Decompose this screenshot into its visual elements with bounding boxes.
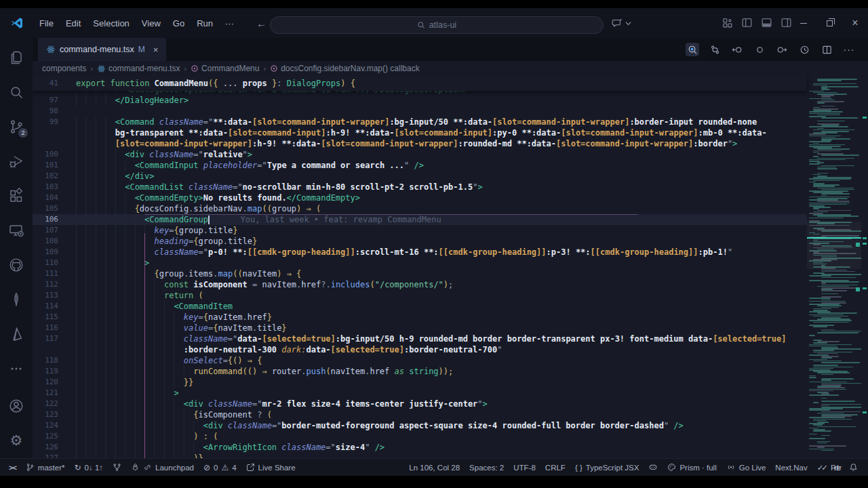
code-line[interactable]: 102</div>	[33, 171, 807, 182]
code-line[interactable]: 109className="p-0! **:[[cmdk-group-headi…	[33, 247, 807, 258]
code-line[interactable]: 112const isComponent = navItem.href?.inc…	[33, 279, 807, 290]
code-line[interactable]: 114<CommandItem	[33, 301, 807, 312]
code-line[interactable]: 127)}	[33, 453, 807, 458]
code-line[interactable]: 105{docsConfig.sidebarNav.map((group) ⇒ …	[33, 203, 807, 214]
code-line[interactable]: 99<Command className="**:data-[slot=comm…	[33, 117, 807, 127]
activity-github-icon[interactable]	[7, 256, 25, 274]
breadcrumb-item[interactable]: components	[42, 64, 86, 73]
code-line[interactable]: [slot=command-input-wrapper]:h-9! **:dat…	[33, 138, 807, 149]
code-line[interactable]: 125) : (	[33, 431, 807, 442]
next-change-button[interactable]	[775, 43, 789, 56]
code-line[interactable]: 124<div className="border-muted-foregrou…	[33, 420, 807, 431]
code-line[interactable]: 101<CommandInput placeholder="Type a com…	[33, 160, 807, 171]
next-nav-item[interactable]: Next.Nav	[770, 459, 812, 476]
close-tab-icon[interactable]: ×	[153, 45, 159, 55]
activity-remote-icon[interactable]	[7, 222, 25, 239]
problems-item[interactable]: ⊘0 ⚠4	[199, 459, 241, 476]
menu-selection[interactable]: Selection	[87, 16, 135, 31]
change-indicator-button[interactable]	[753, 43, 766, 56]
more-actions-button[interactable]: ···	[842, 43, 856, 56]
activity-explorer-icon[interactable]	[7, 49, 25, 66]
git-branch-item[interactable]: master*	[21, 459, 70, 476]
code-line[interactable]: 121>	[33, 388, 807, 399]
activity-prisma-icon[interactable]	[7, 325, 25, 343]
launchpad-item[interactable]: Launchpad	[126, 459, 199, 476]
git-graph-item[interactable]	[108, 459, 126, 476]
activity-extensions-icon[interactable]	[7, 187, 25, 205]
code-line[interactable]: 126<ArrowRightIcon className="size-4" />	[33, 442, 807, 453]
code-line[interactable]: 115key={navItem.href}	[33, 312, 807, 323]
code-line[interactable]: 117className="data-[selected=true]:bg-in…	[33, 333, 807, 344]
remote-indicator[interactable]: ><	[4, 459, 21, 476]
code-line[interactable]: 113return (	[33, 290, 807, 301]
git-compare-button[interactable]	[708, 43, 722, 56]
preview-search-button[interactable]	[686, 43, 699, 56]
menu-file[interactable]: File	[33, 16, 60, 31]
overview-ruler[interactable]	[861, 76, 868, 458]
activity-mongodb-icon[interactable]	[7, 291, 25, 308]
code-line[interactable]: 119runCommand(() ⇒ router.push(navItem.h…	[33, 366, 807, 377]
timeline-button[interactable]	[797, 43, 811, 56]
toggle-panel-icon[interactable]	[761, 17, 772, 28]
code-line[interactable]: 100<div className="relative">	[33, 149, 807, 160]
code-line[interactable]: :border-neutral-300 dark:data-[selected=…	[33, 344, 807, 355]
previous-change-button[interactable]	[730, 43, 744, 56]
activity-account-icon[interactable]	[7, 397, 25, 415]
code-line[interactable]: 106<CommandGroupYou, last week • feat: r…	[33, 214, 807, 225]
activity-search-icon[interactable]	[7, 83, 25, 101]
encoding-item[interactable]: UTF-8	[509, 459, 540, 476]
code-line[interactable]: 97</DialogHeader>	[33, 95, 807, 106]
menu-view[interactable]: View	[136, 16, 167, 31]
go-live-item[interactable]: Go Live	[722, 459, 771, 476]
copilot-status-item[interactable]	[644, 459, 663, 476]
code-line[interactable]: 111{group.items.map((navItem) ⇒ {	[33, 268, 807, 279]
code-line[interactable]: 122<div className="mr-2 flex size-4 item…	[33, 399, 807, 409]
activity-settings-icon[interactable]: ⚙	[7, 431, 25, 449]
sticky-scroll-line[interactable]: 41export function CommandMenu({ ... prop…	[33, 76, 807, 91]
minimize-button[interactable]	[791, 8, 816, 38]
close-window-button[interactable]: ×	[842, 8, 868, 38]
tab-command-menu[interactable]: command-menu.tsx M ×	[38, 38, 166, 61]
maximize-button[interactable]	[816, 8, 842, 38]
code-line[interactable]: 110>	[33, 258, 807, 268]
git-sync-item[interactable]: ↻0↓ 1↑	[69, 459, 108, 476]
breadcrumb-item[interactable]: CommandMenu	[191, 64, 259, 73]
breadcrumb-item[interactable]: command-menu.tsx	[97, 64, 180, 73]
code-line[interactable]: 118onSelect={() ⇒ {	[33, 355, 807, 366]
code-line[interactable]: 108heading={group.title}	[33, 236, 807, 247]
cursor-position-item[interactable]: Ln 106, Col 28	[404, 459, 465, 476]
menu-[interactable]: ···	[219, 16, 240, 31]
code-line[interactable]: 116value={navItem.title}	[33, 323, 807, 333]
customize-layout-icon[interactable]	[722, 17, 733, 28]
nav-back-icon[interactable]: ←	[254, 18, 269, 29]
minimap[interactable]	[807, 76, 861, 458]
code-line[interactable]: 104<CommandEmpty>No results found.</Comm…	[33, 192, 807, 203]
live-share-item[interactable]: Live Share	[241, 459, 300, 476]
code-line[interactable]: 107key={group.title}	[33, 225, 807, 236]
code-line[interactable]: 120}}	[33, 377, 807, 388]
menu-go[interactable]: Go	[167, 16, 191, 31]
activity-more-icon[interactable]	[7, 360, 25, 378]
toggle-sidebar-icon[interactable]	[741, 17, 753, 28]
code-line[interactable]: bg-transparent **:data-[slot=command-inp…	[33, 127, 807, 138]
code-editor[interactable]: <DialogDescription>Search for a command …	[33, 76, 868, 458]
menu-edit[interactable]: Edit	[60, 16, 87, 31]
activity-debug-icon[interactable]	[7, 152, 25, 170]
language-mode-item[interactable]: { }TypeScript JSX	[570, 459, 644, 476]
eol-item[interactable]: CRLF	[540, 459, 570, 476]
command-center-search[interactable]: atlas-ui	[270, 16, 604, 34]
copilot-chat-button[interactable]	[612, 18, 631, 28]
line-number: 98	[33, 106, 71, 117]
breadcrumb-item[interactable]: docsConfig.sidebarNav.map() callback	[270, 64, 420, 73]
split-editor-button[interactable]	[820, 43, 833, 56]
activity-scm-icon[interactable]: 2	[7, 118, 25, 136]
code-line[interactable]: 98	[33, 106, 807, 117]
minimap-slider[interactable]	[807, 222, 861, 269]
indentation-item[interactable]: Spaces: 2	[465, 459, 509, 476]
prettier-item[interactable]: ✓✓Prettier	[812, 459, 844, 476]
code-line[interactable]: 123{isComponent ? (	[33, 409, 807, 420]
code-line[interactable]: 103<CommandList className="no-scrollbar …	[33, 182, 807, 192]
notifications-item[interactable]	[844, 459, 863, 476]
menu-run[interactable]: Run	[191, 16, 219, 31]
theme-item[interactable]: Prism · full	[663, 459, 721, 476]
